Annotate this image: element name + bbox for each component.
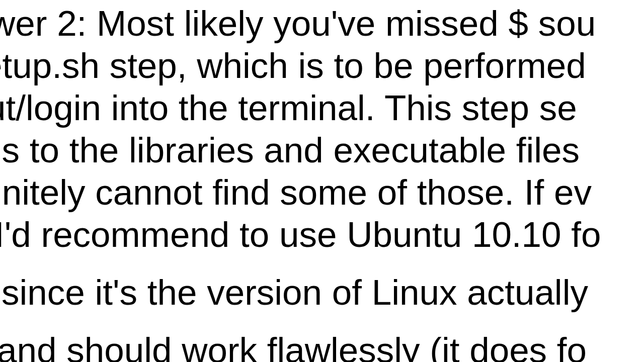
body-line-7: since it's the version of Linux actually — [2, 272, 588, 314]
body-line-5: initely cannot find some of those. If ev — [0, 171, 592, 214]
body-line-2: etup.sh step, which is to be performed — [0, 45, 586, 87]
body-line-1: wer 2: Most likely you've missed $ sou — [0, 3, 596, 45]
body-line-3: ut/login into the terminal. This step se — [0, 87, 577, 129]
body-line-8: and should work flawlessly (it does fo — [0, 329, 587, 362]
body-line-6: I'd recommend to use Ubuntu 10.10 fo — [0, 214, 601, 256]
body-line-4: hs to the libraries and executable files — [0, 129, 580, 171]
